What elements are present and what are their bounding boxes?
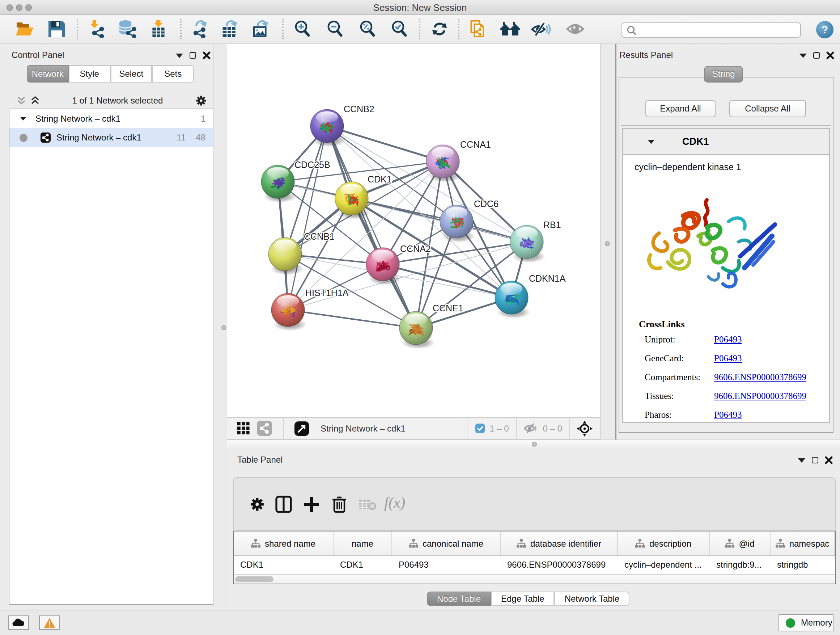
import-table-icon[interactable] xyxy=(149,20,168,38)
crosslink-value-link[interactable]: P06493 xyxy=(714,410,742,421)
table-cell[interactable]: CDK1 xyxy=(234,556,333,573)
vertical-splitter-right[interactable] xyxy=(600,44,616,440)
open-session-icon[interactable] xyxy=(15,20,34,38)
horizontal-splitter[interactable] xyxy=(227,440,840,448)
crosslink-value-link[interactable]: 9606.ENSP00000378699 xyxy=(714,372,806,383)
show-graphics-details-icon[interactable] xyxy=(566,20,585,38)
column-header-namespac[interactable]: namespac xyxy=(771,532,835,555)
selected-checkbox-icon[interactable] xyxy=(475,424,485,433)
table-cell[interactable]: CDK1 xyxy=(333,556,392,573)
column-header-canonical-name[interactable]: canonical name xyxy=(392,532,501,555)
export-network-icon[interactable] xyxy=(191,20,210,38)
cloud-status-button[interactable] xyxy=(8,616,29,630)
home-icon[interactable] xyxy=(499,20,521,38)
results-panel-maximize-icon[interactable] xyxy=(813,52,820,59)
control-panel-float-icon[interactable] xyxy=(176,53,183,57)
zoom-in-icon[interactable] xyxy=(293,20,312,38)
results-panel-float-icon[interactable] xyxy=(799,53,807,57)
table-cell[interactable]: 9606.ENSP00000378699 xyxy=(501,556,618,573)
results-panel-close-icon[interactable] xyxy=(826,51,834,59)
column-header-database-identifier[interactable]: database identifier xyxy=(501,532,618,555)
network-node-CCNA1[interactable]: CCNA1 xyxy=(426,139,491,182)
column-header-shared-name[interactable]: shared name xyxy=(234,532,333,555)
table-cell[interactable]: cyclin–dependent ... xyxy=(618,556,710,573)
network-collection-row[interactable]: String Network – cdk1 1 xyxy=(9,109,213,128)
table-cell[interactable]: stringdb:9... xyxy=(710,556,771,573)
network-canvas[interactable]: CCNB2CCNA1CDC25BCDK1CDC6RB1CCNB1CCNA2CDK… xyxy=(227,44,600,440)
zoom-fit-icon[interactable] xyxy=(358,20,377,38)
save-session-icon[interactable] xyxy=(48,20,66,38)
memory-button[interactable]: Memory xyxy=(778,614,834,631)
vertical-splitter-left[interactable] xyxy=(213,44,227,607)
network-edge[interactable] xyxy=(288,310,416,328)
network-node-CCNE1[interactable]: CCNE1 xyxy=(399,303,463,349)
zoom-selected-icon[interactable] xyxy=(390,20,409,38)
expand-all-button[interactable]: Expand All xyxy=(645,100,715,117)
network-node-RB1[interactable]: RB1 xyxy=(510,220,561,263)
column-header-name[interactable]: name xyxy=(333,532,392,555)
show-column-icon[interactable] xyxy=(275,495,292,513)
collapse-all-button[interactable]: Collapse All xyxy=(729,100,806,117)
crosslink-value-link[interactable]: 9606.ENSP00000378699 xyxy=(714,391,806,402)
table-horizontal-scrollbar[interactable] xyxy=(234,574,835,584)
fit-selected-crosshair-icon[interactable] xyxy=(576,420,592,436)
splitter-handle[interactable] xyxy=(605,241,610,246)
open-in-new-window-icon[interactable] xyxy=(294,421,309,435)
birds-eye-view-icon[interactable] xyxy=(237,422,249,434)
table-cell[interactable]: stringdb xyxy=(771,556,835,573)
network-options-gear-icon[interactable] xyxy=(195,95,207,106)
network-node-CCNB1[interactable]: CCNB1 xyxy=(268,231,335,275)
import-network-icon[interactable] xyxy=(88,20,107,38)
control-panel-close-icon[interactable] xyxy=(202,51,210,59)
network-row[interactable]: String Network – cdk1 11 48 xyxy=(9,128,213,147)
column-header--id[interactable]: @id xyxy=(710,532,771,555)
control-panel-tab-style[interactable]: Style xyxy=(69,65,111,82)
table-panel-maximize-icon[interactable] xyxy=(812,457,818,463)
control-panel-tab-select[interactable]: Select xyxy=(111,65,152,82)
table-tab-network-table[interactable]: Network Table xyxy=(554,592,630,606)
column-header-description[interactable]: description xyxy=(618,532,710,555)
network-edge[interactable] xyxy=(288,126,327,310)
network-edge[interactable] xyxy=(327,126,443,162)
import-network-from-database-icon[interactable] xyxy=(117,20,139,38)
control-panel-maximize-icon[interactable] xyxy=(189,52,196,59)
network-node-CDC25B[interactable]: CDC25B xyxy=(261,160,330,203)
crosslink-value-link[interactable]: P06493 xyxy=(714,334,742,345)
search-input[interactable] xyxy=(622,22,801,38)
export-table-icon[interactable] xyxy=(220,20,240,38)
refresh-icon[interactable] xyxy=(431,20,448,38)
help-button[interactable]: ? xyxy=(816,21,834,38)
collapse-all-icon[interactable] xyxy=(17,96,26,105)
expand-all-icon[interactable] xyxy=(30,96,40,105)
table-tab-edge-table[interactable]: Edge Table xyxy=(491,592,554,606)
gene-expand-icon[interactable] xyxy=(648,140,654,144)
control-panel-tab-sets[interactable]: Sets xyxy=(152,65,194,82)
gene-section-header[interactable]: CDK1 xyxy=(622,128,830,154)
delete-column-icon[interactable] xyxy=(332,495,347,513)
splitter-handle[interactable] xyxy=(532,442,537,447)
network-node-HIST1H1A[interactable]: HIST1H1A xyxy=(271,288,349,331)
network-graph[interactable]: CCNB2CCNA1CDC25BCDK1CDC6RB1CCNB1CCNA2CDK… xyxy=(227,44,600,417)
collection-expand-icon[interactable] xyxy=(20,117,27,120)
zoom-out-icon[interactable] xyxy=(325,20,344,38)
table-panel-float-icon[interactable] xyxy=(798,458,805,462)
network-node-CCNA2[interactable]: CCNA2 xyxy=(366,244,431,285)
results-tab-string[interactable]: String xyxy=(704,66,743,82)
warning-status-button[interactable] xyxy=(39,616,60,630)
function-builder-icon[interactable]: f(x) xyxy=(384,494,405,512)
export-image-icon[interactable] xyxy=(250,20,271,38)
network-node-CDKN1A[interactable]: CDKN1A xyxy=(495,273,566,318)
scrollbar-thumb[interactable] xyxy=(235,576,273,582)
delete-table-icon[interactable] xyxy=(359,498,377,511)
table-cell[interactable]: P06493 xyxy=(392,556,501,573)
table-tab-node-table[interactable]: Node Table xyxy=(427,592,491,606)
hide-unhide-icon[interactable] xyxy=(531,20,551,38)
clone-network-icon[interactable] xyxy=(469,20,487,38)
crosslink-value-link[interactable]: P06493 xyxy=(714,353,742,364)
control-panel-tab-network[interactable]: Network xyxy=(27,65,69,82)
string-settings-icon[interactable] xyxy=(257,421,272,436)
splitter-handle[interactable] xyxy=(221,325,226,330)
network-node-CCNB2[interactable]: CCNB2 xyxy=(310,104,374,147)
table-panel-close-icon[interactable] xyxy=(825,456,833,464)
add-column-icon[interactable] xyxy=(303,496,320,513)
